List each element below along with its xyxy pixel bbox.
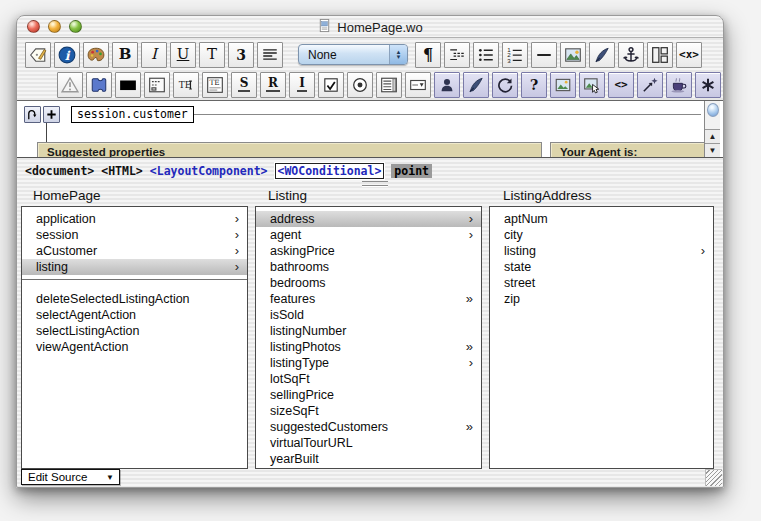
- list-item-session[interactable]: session›: [22, 227, 247, 243]
- list-item-application[interactable]: application›: [22, 211, 247, 227]
- submit-button-button[interactable]: S: [231, 72, 257, 98]
- help-button[interactable]: ?: [521, 72, 547, 98]
- scroll-up-button[interactable]: ▲: [705, 129, 720, 143]
- custom-tag-button[interactable]: <x>: [676, 42, 702, 68]
- list-item-zip[interactable]: zip: [490, 291, 713, 307]
- list-item-label: suggestedCustomers: [270, 420, 388, 434]
- text-field-button[interactable]: TE: [173, 72, 199, 98]
- list-item-listing[interactable]: listing›: [22, 259, 247, 275]
- bold-button[interactable]: B: [112, 42, 138, 68]
- list-item-bathrooms[interactable]: bathrooms: [256, 259, 481, 275]
- list-item-label: askingPrice: [270, 244, 335, 258]
- list-item-selectListingAction[interactable]: selectListingAction: [22, 323, 247, 339]
- list-item-askingPrice[interactable]: askingPrice: [256, 243, 481, 259]
- inspector-button[interactable]: [25, 42, 51, 68]
- path-item-document[interactable]: <document>: [25, 164, 94, 178]
- underline-button[interactable]: U: [170, 42, 196, 68]
- list-item-street[interactable]: street: [490, 275, 713, 291]
- hyperlink-button[interactable]: [589, 42, 615, 68]
- splitter-grip[interactable]: [362, 181, 388, 186]
- list-item-address[interactable]: address›: [256, 211, 481, 227]
- popup-button-button[interactable]: [405, 72, 431, 98]
- double-chevron-icon: »: [466, 292, 473, 306]
- wo-tag-button[interactable]: <>: [608, 72, 634, 98]
- list-item-aptNum[interactable]: aptNum: [490, 211, 713, 227]
- custom-element-button[interactable]: [695, 72, 721, 98]
- horizontal-rule-button[interactable]: [531, 42, 557, 68]
- edit-source-dropdown[interactable]: Edit Source ▼: [21, 469, 120, 485]
- title-bar[interactable]: HomePage.wo: [17, 16, 723, 38]
- definition-list-button[interactable]: [444, 42, 470, 68]
- column-title-listingaddress: ListingAddress: [503, 188, 592, 203]
- list-item-bedrooms[interactable]: bedrooms: [256, 275, 481, 291]
- frames-button[interactable]: [647, 42, 673, 68]
- list-item-aCustomer[interactable]: aCustomer›: [22, 243, 247, 259]
- list-item-suggestedCustomers[interactable]: suggestedCustomers»: [256, 419, 481, 435]
- list-item-yearBuilt[interactable]: yearBuilt: [256, 451, 481, 467]
- binding-connector-line: [194, 114, 701, 115]
- quill-button[interactable]: [463, 72, 489, 98]
- add-binding-button[interactable]: [43, 106, 60, 123]
- list-item-agent[interactable]: agent›: [256, 227, 481, 243]
- warning-button[interactable]: [57, 72, 83, 98]
- form-button[interactable]: [144, 72, 170, 98]
- person-button[interactable]: [434, 72, 460, 98]
- refresh-button[interactable]: [492, 72, 518, 98]
- active-image-button[interactable]: [550, 72, 576, 98]
- reset-button-button[interactable]: R: [260, 72, 286, 98]
- list-item-state[interactable]: state: [490, 259, 713, 275]
- paragraph-button[interactable]: ¶: [415, 42, 441, 68]
- list-item-lotSqFt[interactable]: lotSqFt: [256, 371, 481, 387]
- path-item-html[interactable]: <HTML>: [101, 164, 143, 178]
- table-header-cell-suggested[interactable]: Suggested properties: [37, 142, 542, 158]
- binding-label[interactable]: session.customer: [71, 106, 194, 123]
- list-item-virtualTourURL[interactable]: virtualTourURL: [256, 435, 481, 451]
- toolbar-row-1: iBIUT3 None ▲▼ ¶123<x>: [25, 41, 702, 68]
- text-area-button[interactable]: TE: [202, 72, 228, 98]
- resize-grip[interactable]: [705, 469, 722, 486]
- colors-button[interactable]: [83, 42, 109, 68]
- browser-list-button[interactable]: [376, 72, 402, 98]
- format-dropdown[interactable]: None ▲▼: [298, 44, 408, 65]
- list-item-isSold[interactable]: isSold: [256, 307, 481, 323]
- bulleted-list-button[interactable]: [473, 42, 499, 68]
- table-header-cell-agent[interactable]: Your Agent is:: [550, 142, 707, 158]
- italic-button[interactable]: I: [141, 42, 167, 68]
- scrollbar-thumb[interactable]: [707, 103, 719, 117]
- wo-component-button[interactable]: [86, 72, 112, 98]
- preview-scrollbar[interactable]: ▲ ▼: [704, 101, 720, 157]
- radio-button-button[interactable]: [347, 72, 373, 98]
- java-button[interactable]: [666, 72, 692, 98]
- dynamic-box-button[interactable]: [115, 72, 141, 98]
- heading-button[interactable]: 3: [228, 42, 254, 68]
- list-item-label: city: [504, 228, 523, 242]
- applet-button[interactable]: [637, 72, 663, 98]
- path-item-point[interactable]: point: [391, 164, 432, 178]
- list-item-viewAgentAction[interactable]: viewAgentAction: [22, 339, 247, 355]
- list-item-features[interactable]: features»: [256, 291, 481, 307]
- list-item-sellingPrice[interactable]: sellingPrice: [256, 387, 481, 403]
- condition-hook-button[interactable]: [24, 106, 41, 123]
- anchor-button[interactable]: [618, 42, 644, 68]
- asterisk-icon: [699, 76, 717, 94]
- list-item-listing[interactable]: listing›: [490, 243, 713, 259]
- numbered-list-button[interactable]: 123: [502, 42, 528, 68]
- list-item-listingPhotos[interactable]: listingPhotos»: [256, 339, 481, 355]
- image-map-button[interactable]: [579, 72, 605, 98]
- checkbox-button[interactable]: [318, 72, 344, 98]
- list-item-listingType[interactable]: listingType›: [256, 355, 481, 371]
- scroll-down-button[interactable]: ▼: [705, 143, 720, 157]
- list-item-listingNumber[interactable]: listingNumber: [256, 323, 481, 339]
- list-item-sizeSqFt[interactable]: sizeSqFt: [256, 403, 481, 419]
- list-item-deleteSelectedListingAction[interactable]: deleteSelectedListingAction: [22, 291, 247, 307]
- image-button[interactable]: [560, 42, 586, 68]
- input-button-button[interactable]: I: [289, 72, 315, 98]
- list-item-city[interactable]: city: [490, 227, 713, 243]
- list-item-label: application: [36, 212, 96, 226]
- path-item-woconditional[interactable]: <WOConditional>: [275, 163, 385, 179]
- list-item-selectAgentAction[interactable]: selectAgentAction: [22, 307, 247, 323]
- teletype-button[interactable]: T: [199, 42, 225, 68]
- align-left-button[interactable]: [257, 42, 283, 68]
- path-item-layoutcomponent[interactable]: <LayoutComponent>: [150, 164, 268, 178]
- info-button[interactable]: i: [54, 42, 80, 68]
